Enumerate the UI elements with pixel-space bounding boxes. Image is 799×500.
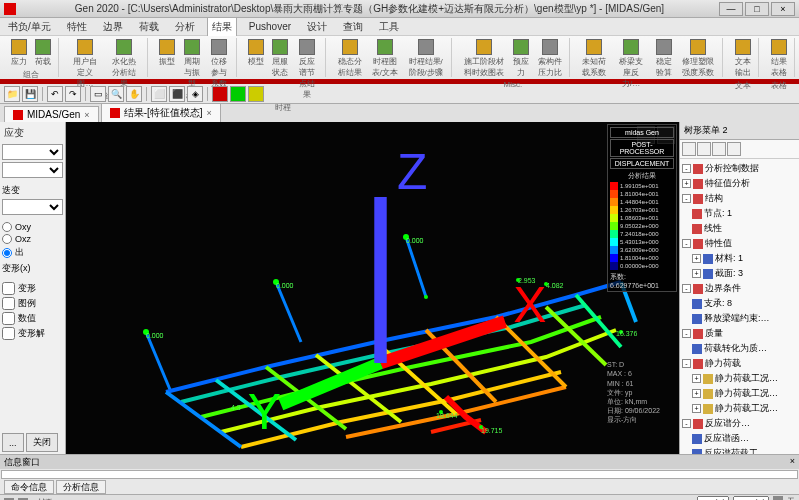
- load-case-combo[interactable]: [2, 162, 63, 178]
- tree-item[interactable]: 支承: 8: [682, 296, 797, 311]
- radio-oxy[interactable]: Oxy: [2, 221, 63, 233]
- tree-item[interactable]: +静力荷载工况…: [682, 401, 797, 416]
- ribbon-button[interactable]: 应力: [8, 38, 30, 68]
- tree-toggle-icon[interactable]: +: [692, 389, 701, 398]
- ribbon-button[interactable]: 桥梁支座反力/…: [612, 38, 650, 90]
- tree-item[interactable]: -静力荷载: [682, 356, 797, 371]
- tree-toggle-icon[interactable]: -: [682, 284, 691, 293]
- ribbon-button[interactable]: 稳定验算: [652, 38, 675, 90]
- ribbon-button[interactable]: 时程图表/文本: [368, 38, 402, 79]
- tree-toggle-icon[interactable]: -: [682, 419, 691, 428]
- menu-design[interactable]: 设计: [303, 18, 331, 36]
- tool-view-front-icon[interactable]: ⬜: [151, 86, 167, 102]
- tree-toggle-icon[interactable]: +: [692, 404, 701, 413]
- tree-toggle-icon[interactable]: +: [682, 179, 691, 188]
- tree-item[interactable]: 反应谱荷载工…: [682, 446, 797, 454]
- tree-toggle-icon[interactable]: -: [682, 239, 691, 248]
- tab-close-icon[interactable]: ×: [207, 108, 212, 118]
- menu-property[interactable]: 特性: [63, 18, 91, 36]
- tree-toggle-icon[interactable]: +: [692, 269, 701, 278]
- radio-oxz[interactable]: Oxz: [2, 233, 63, 245]
- viewport-3d[interactable]: 0.0000.0000.0002.9534.08216.37619.71518.…: [66, 122, 679, 454]
- tab-close-icon[interactable]: ×: [84, 110, 89, 120]
- menu-results[interactable]: 结果: [207, 17, 237, 36]
- tree-item[interactable]: +静力荷载工况…: [682, 386, 797, 401]
- tool-record-icon[interactable]: [212, 86, 228, 102]
- check-deform-shape[interactable]: 变形解: [2, 326, 63, 341]
- menu-analysis[interactable]: 分析: [171, 18, 199, 36]
- check-legend[interactable]: 图例: [2, 296, 63, 311]
- ribbon-button[interactable]: 水化热分析结果: [106, 38, 143, 90]
- bottom-tab-command[interactable]: 命令信息: [4, 480, 54, 494]
- tree-toggle-icon[interactable]: -: [682, 164, 691, 173]
- bottom-tab-analysis[interactable]: 分析信息: [56, 480, 106, 494]
- panel-ellipsis-button[interactable]: ...: [2, 433, 24, 452]
- tree-toggle-icon[interactable]: +: [692, 254, 701, 263]
- tree-item[interactable]: -特性值: [682, 236, 797, 251]
- check-value[interactable]: 数值: [2, 311, 63, 326]
- ribbon-button[interactable]: 文本输出: [731, 38, 754, 79]
- tree-item[interactable]: -结构: [682, 191, 797, 206]
- tree-toggle-icon[interactable]: -: [682, 194, 691, 203]
- tree-item[interactable]: +截面: 3: [682, 266, 797, 281]
- tool-select-icon[interactable]: ▭: [90, 86, 106, 102]
- ribbon-button[interactable]: 稳态分析结果: [334, 38, 366, 79]
- tab-results-mode[interactable]: 结果-[特征值模态] ×: [101, 103, 221, 122]
- step-combo[interactable]: [2, 199, 63, 215]
- ribbon-button[interactable]: 索构件压力比: [534, 38, 565, 79]
- radio-out[interactable]: 出: [2, 245, 63, 260]
- maximize-button[interactable]: □: [745, 2, 769, 16]
- ribbon-button[interactable]: 反应谱节点结果: [293, 38, 321, 101]
- bottom-close-icon[interactable]: ×: [790, 456, 795, 468]
- ribbon-button[interactable]: 用户自定义图…: [67, 38, 104, 90]
- tree-toggle-icon[interactable]: -: [682, 359, 691, 368]
- ribbon-button[interactable]: 位移参与系数: [205, 38, 232, 90]
- tree-tool-4[interactable]: [727, 142, 741, 156]
- tool-view-iso-icon[interactable]: ◈: [187, 86, 203, 102]
- tool-pause-icon[interactable]: [248, 86, 264, 102]
- tool-open-icon[interactable]: 📁: [4, 86, 20, 102]
- tree-item[interactable]: +特征值分析: [682, 176, 797, 191]
- tree-tool-3[interactable]: [712, 142, 726, 156]
- ribbon-button[interactable]: 修理塑限强度系数: [677, 38, 718, 90]
- tool-zoom-icon[interactable]: 🔍: [108, 86, 124, 102]
- tool-redo-icon[interactable]: ↷: [65, 86, 81, 102]
- ribbon-button[interactable]: 预应力: [510, 38, 532, 79]
- tool-view-top-icon[interactable]: ⬛: [169, 86, 185, 102]
- menu-node-element[interactable]: 书负/单元: [4, 18, 55, 36]
- ribbon-button[interactable]: 屈服状态: [269, 38, 291, 101]
- ribbon-button[interactable]: 施工阶段材料时效图表: [460, 38, 508, 79]
- tree-item[interactable]: 线性: [682, 221, 797, 236]
- ribbon-button[interactable]: 荷载: [32, 38, 54, 68]
- tool-play-icon[interactable]: [230, 86, 246, 102]
- tree-toggle-icon[interactable]: +: [692, 374, 701, 383]
- close-button[interactable]: ×: [771, 2, 795, 16]
- tree-item[interactable]: -质量: [682, 326, 797, 341]
- tree-item[interactable]: -反应谱分…: [682, 416, 797, 431]
- menu-tools[interactable]: 工具: [375, 18, 403, 36]
- minimize-button[interactable]: —: [719, 2, 743, 16]
- ribbon-button[interactable]: 未知荷载系数: [578, 38, 610, 90]
- menu-boundary[interactable]: 边界: [99, 18, 127, 36]
- tree-item[interactable]: -边界条件: [682, 281, 797, 296]
- check-deform[interactable]: 变形: [2, 281, 63, 296]
- tool-save-icon[interactable]: 💾: [22, 86, 38, 102]
- ribbon-button[interactable]: 振型: [156, 38, 178, 90]
- tree-tool-2[interactable]: [697, 142, 711, 156]
- menu-load[interactable]: 荷载: [135, 18, 163, 36]
- ribbon-button[interactable]: 周期与振型: [180, 38, 203, 90]
- tree-item[interactable]: +静力荷载工况…: [682, 371, 797, 386]
- status-unit-length[interactable]: mm: [733, 496, 769, 500]
- tree-item[interactable]: 节点: 1: [682, 206, 797, 221]
- tool-pan-icon[interactable]: ✋: [126, 86, 142, 102]
- status-unit-force[interactable]: kN: [697, 496, 729, 500]
- panel-close-button[interactable]: 关闭: [26, 433, 58, 452]
- status-snap-icon[interactable]: [773, 496, 783, 500]
- ribbon-button[interactable]: 时程结果/阶段/步骤: [404, 38, 448, 79]
- tool-undo-icon[interactable]: ↶: [47, 86, 63, 102]
- tree-toggle-icon[interactable]: -: [682, 329, 691, 338]
- tree-tool-1[interactable]: [682, 142, 696, 156]
- tree-item[interactable]: 荷载转化为质…: [682, 341, 797, 356]
- tree-item[interactable]: -分析控制数据: [682, 161, 797, 176]
- menu-query[interactable]: 查询: [339, 18, 367, 36]
